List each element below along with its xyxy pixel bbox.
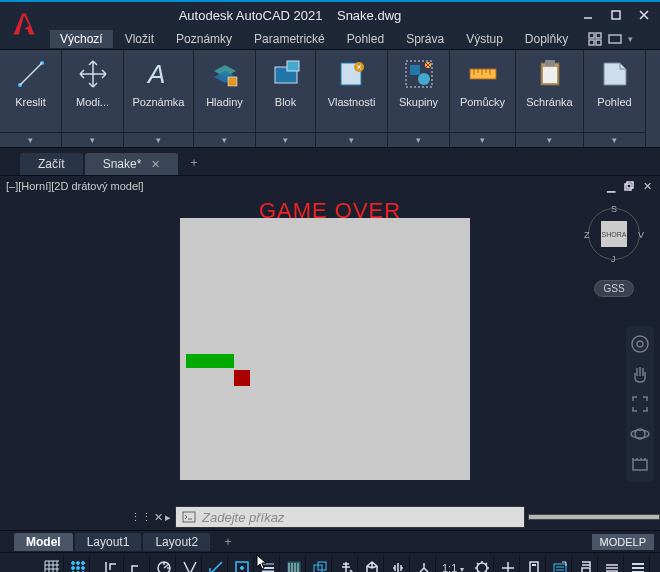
command-scroll[interactable] xyxy=(528,514,660,520)
menu-tab-view[interactable]: Pohled xyxy=(337,30,394,48)
customize-button[interactable] xyxy=(626,556,650,573)
grid-display-button[interactable] xyxy=(40,556,64,573)
navigation-bar xyxy=(626,326,654,482)
lock-ui-button[interactable] xyxy=(574,556,598,573)
layers-icon xyxy=(207,56,243,92)
svg-point-26 xyxy=(632,336,648,352)
workspace-switch-button[interactable]: ▾ xyxy=(470,556,494,573)
showmotion-icon[interactable] xyxy=(630,454,650,474)
polar-tracking-button[interactable]: ▾ xyxy=(178,556,202,573)
new-tab-button[interactable]: ＋ xyxy=(180,150,204,175)
dynamic-input-button[interactable] xyxy=(126,556,150,573)
menu-tab-insert[interactable]: Vložit xyxy=(115,30,164,48)
selection-cycling-button[interactable] xyxy=(308,556,332,573)
view-cube[interactable]: SHORA S V J Z GSS xyxy=(584,208,644,298)
svg-point-27 xyxy=(637,341,643,347)
gss-badge[interactable]: GSS xyxy=(594,280,633,297)
panel-expand[interactable] xyxy=(194,132,255,145)
layout-tab-model[interactable]: Model xyxy=(14,533,73,551)
vp-close-icon[interactable]: ✕ xyxy=(640,179,654,193)
menu-tab-output[interactable]: Výstup xyxy=(456,30,513,48)
ribbon-label: Schránka xyxy=(526,96,572,108)
doc-tab-start[interactable]: Začít xyxy=(20,153,83,175)
panel-expand[interactable] xyxy=(0,132,61,145)
layout-tabs: Model Layout1 Layout2 ＋ MODELP xyxy=(0,530,660,552)
units-button[interactable] xyxy=(522,556,546,573)
panel-expand[interactable] xyxy=(516,132,583,145)
quick-props-button[interactable] xyxy=(548,556,572,573)
svg-text:A: A xyxy=(146,59,165,89)
pan-icon[interactable] xyxy=(630,364,650,384)
ribbon-panel-layers[interactable]: Hladiny xyxy=(194,50,256,147)
close-icon[interactable]: ✕ xyxy=(151,158,160,171)
mouse-cursor-icon xyxy=(256,554,268,570)
viewport-label[interactable]: [–][Horní][2D drátový model] xyxy=(6,180,144,192)
app-name: Autodesk AutoCAD 2021 xyxy=(179,8,323,23)
svg-point-36 xyxy=(76,566,79,569)
gizmo-button[interactable] xyxy=(412,556,436,573)
doc-tab-snake[interactable]: Snake*✕ xyxy=(85,153,179,175)
selection-filter-button[interactable]: ▾ xyxy=(386,556,410,573)
dynamic-ucs-button[interactable] xyxy=(360,556,384,573)
vp-minimize-icon[interactable]: ▁ xyxy=(604,179,618,193)
vp-restore-icon[interactable] xyxy=(622,179,636,193)
drawing-area[interactable]: GAME OVER SHORA S V J Z GSS xyxy=(0,196,660,504)
ribbon-panel-annotate[interactable]: A Poznámka xyxy=(124,50,194,147)
snap-mode-button[interactable]: ▾ xyxy=(66,556,90,573)
annotation-scale[interactable]: 1:1 ▾ xyxy=(438,562,468,573)
ribbon-panel-clipboard[interactable]: Schránka xyxy=(516,50,584,147)
osnap-button[interactable]: ▾ xyxy=(230,556,254,573)
cmd-recent-icon[interactable]: ▸ xyxy=(165,511,171,524)
ribbon-panel-modify[interactable]: Modi... xyxy=(62,50,124,147)
chevron-down-icon[interactable]: ▾ xyxy=(628,34,633,44)
ribbon-panel-view[interactable]: Pohled xyxy=(584,50,646,147)
layout-tab-1[interactable]: Layout1 xyxy=(75,533,142,551)
panel-expand[interactable] xyxy=(584,132,645,145)
annotation-monitor-button[interactable] xyxy=(496,556,520,573)
isolate-objects-button[interactable] xyxy=(600,556,624,573)
menu-tab-manage[interactable]: Správa xyxy=(396,30,454,48)
command-input[interactable]: Zadejte příkaz xyxy=(175,506,525,528)
svg-rect-1 xyxy=(612,11,620,19)
transparency-button[interactable] xyxy=(282,556,306,573)
3d-osnap-button[interactable] xyxy=(334,556,358,573)
menu-tab-addins[interactable]: Doplňky xyxy=(515,30,578,48)
ribbon-label: Modi... xyxy=(76,96,109,108)
layout-tab-2[interactable]: Layout2 xyxy=(143,533,210,551)
svg-rect-25 xyxy=(627,182,633,188)
infer-constraints-button[interactable] xyxy=(100,556,124,573)
panel-expand[interactable] xyxy=(62,132,123,145)
isometric-draft-button[interactable] xyxy=(204,556,228,573)
model-space-indicator[interactable]: MODELP xyxy=(592,534,654,550)
menu-tab-parametric[interactable]: Parametrické xyxy=(244,30,335,48)
featured-apps-icon[interactable] xyxy=(588,32,602,46)
app-logo xyxy=(6,4,42,44)
menu-tab-home[interactable]: Výchozí xyxy=(50,30,113,48)
cmd-close-icon[interactable]: ✕ xyxy=(154,511,163,524)
ribbon-panel-draw[interactable]: Kreslit xyxy=(0,50,62,147)
wheel-icon[interactable] xyxy=(630,334,650,354)
orbit-icon[interactable] xyxy=(630,424,650,444)
menu-tab-annotate[interactable]: Poznámky xyxy=(166,30,242,48)
clipboard-icon xyxy=(532,56,568,92)
panel-expand[interactable] xyxy=(450,132,515,145)
ribbon-panel-block[interactable]: Blok xyxy=(256,50,316,147)
panel-expand[interactable] xyxy=(124,132,193,145)
panel-expand[interactable] xyxy=(316,132,387,145)
ribbon-panel-properties[interactable]: Vlastnosti xyxy=(316,50,388,147)
ortho-mode-button[interactable]: ▾ xyxy=(152,556,176,573)
ribbon-panel-groups[interactable]: Skupiny xyxy=(388,50,450,147)
panel-expand[interactable] xyxy=(256,132,315,145)
model-canvas[interactable] xyxy=(180,218,470,480)
ribbon-options-icon[interactable] xyxy=(608,32,622,46)
close-button[interactable] xyxy=(632,5,656,25)
panel-expand[interactable] xyxy=(388,132,449,145)
zoom-extents-icon[interactable] xyxy=(630,394,650,414)
cube-face-top[interactable]: SHORA xyxy=(601,221,627,247)
cmd-handle-icon[interactable]: ⋮⋮ xyxy=(130,511,152,524)
maximize-button[interactable] xyxy=(604,5,628,25)
snake-segment xyxy=(186,354,202,368)
minimize-button[interactable] xyxy=(576,5,600,25)
add-layout-button[interactable]: ＋ xyxy=(212,531,244,552)
ribbon-panel-utils[interactable]: Pomůcky xyxy=(450,50,516,147)
